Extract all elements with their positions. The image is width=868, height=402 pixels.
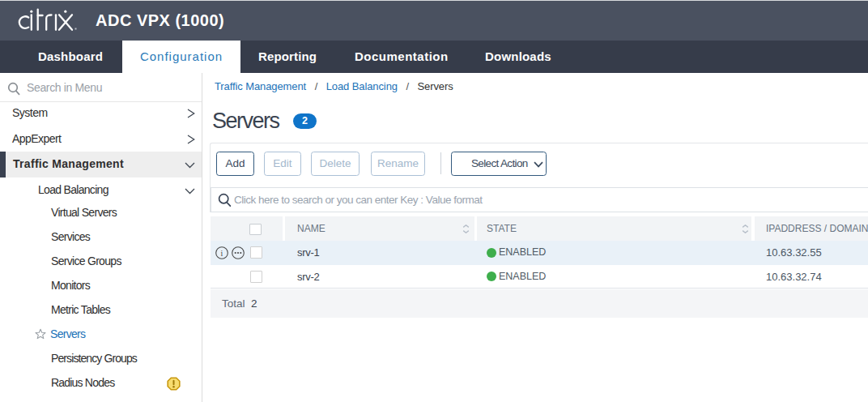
svg-text:i: i: [221, 249, 223, 258]
